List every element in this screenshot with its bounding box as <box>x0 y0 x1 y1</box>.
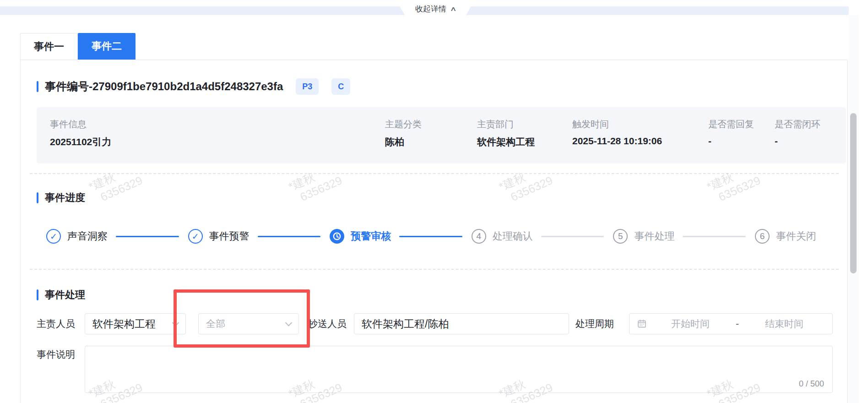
title-accent-bar <box>37 81 38 92</box>
step-warning-review: 预警审核 <box>330 229 472 244</box>
tab-event-1-label: 事件一 <box>34 40 64 54</box>
step-connector <box>116 236 179 237</box>
tab-event-2[interactable]: 事件二 <box>78 33 136 60</box>
divider-dashed <box>30 173 839 174</box>
info-label: 是否需回复 <box>708 118 754 131</box>
progress-stepper: ✓ 声音洞察 ✓ 事件预警 预警审核 4 <box>46 229 825 244</box>
step-connector <box>258 236 321 237</box>
event-tabs: 事件一 事件二 <box>20 33 136 60</box>
info-value: - <box>775 136 778 147</box>
step-event-close: 6 事件关闭 <box>755 229 825 244</box>
period-separator: - <box>734 318 741 329</box>
step-label: 事件预警 <box>209 229 250 243</box>
collapse-details-button[interactable]: 收起详情 ∧ <box>397 2 473 15</box>
step-label: 处理确认 <box>493 229 533 243</box>
info-value: 软件架构工程 <box>477 136 535 148</box>
tab-event-1[interactable]: 事件一 <box>20 33 78 60</box>
priority-badge: P3 <box>296 78 319 95</box>
progress-section-header: 事件进度 <box>37 191 85 205</box>
tab-event-2-label: 事件二 <box>92 39 122 53</box>
period-end-placeholder: 结束时间 <box>743 317 825 330</box>
section-accent-bar <box>37 192 38 203</box>
step-label: 事件关闭 <box>776 229 816 243</box>
info-label: 触发时间 <box>572 118 609 131</box>
calendar-icon <box>637 319 647 329</box>
owner-department-value: 软件架构工程 <box>92 317 156 331</box>
progress-section-title: 事件进度 <box>45 191 85 205</box>
step-connector <box>683 236 746 237</box>
check-icon: ✓ <box>46 229 61 244</box>
handling-section-header: 事件处理 <box>37 288 85 302</box>
step-number: 5 <box>613 229 628 244</box>
event-description-textarea[interactable]: 0 / 500 <box>85 346 833 393</box>
cc-value: 软件架构工程/陈柏 <box>362 317 449 331</box>
check-icon: ✓ <box>188 229 203 244</box>
divider-dashed <box>30 269 839 270</box>
period-daterange-picker[interactable]: 开始时间 - 结束时间 <box>629 313 833 334</box>
clock-icon <box>330 229 344 244</box>
event-info-panel: 事件信息 20251102引力 主题分类 陈柏 主责部门 软件架构工程 触发时间… <box>37 107 846 163</box>
step-voice-insight: ✓ 声音洞察 <box>46 229 188 244</box>
info-label: 主题分类 <box>385 118 422 131</box>
event-id-title: 事件编号-27909f1be7910b2d1a4d5f248327e3fa <box>45 79 283 94</box>
chevron-up-icon: ∧ <box>450 5 456 12</box>
description-char-counter: 0 / 500 <box>799 379 824 389</box>
info-value: 20251102引力 <box>50 136 111 148</box>
step-label: 预警审核 <box>351 229 391 243</box>
collapse-details-label: 收起详情 <box>415 4 446 14</box>
event-title-row: 事件编号-27909f1be7910b2d1a4d5f248327e3fa P3… <box>37 78 350 95</box>
period-start-placeholder: 开始时间 <box>650 317 731 330</box>
step-connector <box>541 236 604 237</box>
scrollbar-thumb[interactable] <box>850 113 857 273</box>
owner-department-select[interactable]: 软件架构工程 <box>85 313 186 334</box>
step-number: 4 <box>472 229 486 244</box>
step-label: 声音洞察 <box>67 229 108 243</box>
info-label: 主责部门 <box>477 118 514 131</box>
info-value: 陈柏 <box>385 136 404 148</box>
cc-label: 抄送人员 <box>308 313 347 334</box>
description-label: 事件说明 <box>37 348 75 361</box>
info-value: - <box>708 136 711 147</box>
period-label: 处理周期 <box>575 313 614 334</box>
info-label: 是否需闭环 <box>775 118 820 131</box>
step-handle-confirm: 4 处理确认 <box>472 229 613 244</box>
step-number: 6 <box>755 229 770 244</box>
step-connector <box>399 236 462 237</box>
section-accent-bar <box>37 289 38 300</box>
step-event-handle: 5 事件处理 <box>613 229 755 244</box>
step-label: 事件处理 <box>634 229 674 243</box>
level-badge: C <box>331 78 350 95</box>
info-label: 事件信息 <box>50 118 87 131</box>
annotation-red-rectangle <box>174 289 310 348</box>
cc-input[interactable]: 软件架构工程/陈柏 <box>354 313 569 334</box>
handling-section-title: 事件处理 <box>45 288 85 302</box>
page: 收起详情 ∧ 事件一 事件二 事件编号-27909f1be7910b2d1a4d… <box>0 0 868 403</box>
owner-label: 主责人员 <box>37 313 75 334</box>
info-value: 2025-11-28 10:19:06 <box>572 136 662 147</box>
step-event-warning: ✓ 事件预警 <box>188 229 330 244</box>
event-detail-panel: 事件编号-27909f1be7910b2d1a4d5f248327e3fa P3… <box>20 60 848 403</box>
